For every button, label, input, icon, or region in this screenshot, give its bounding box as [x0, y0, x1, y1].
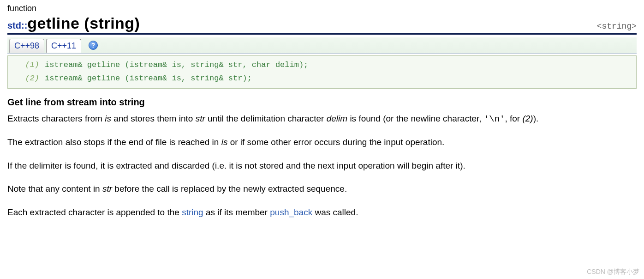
namespace-prefix: std::: [7, 20, 27, 31]
signature-block: (1) istream& getline (istream& is, strin…: [7, 55, 637, 89]
version-tabs: C++98 C++11 ?: [7, 37, 637, 54]
signature-code: istream& getline (istream& is, string& s…: [45, 59, 308, 72]
text: before the call is replaced by the newly…: [112, 184, 347, 194]
paragraph-3: If the delimiter is found, it is extract…: [7, 159, 637, 173]
page-title: getline (string): [27, 14, 140, 32]
param-str: str: [102, 184, 112, 194]
text: Each extracted character is appended to …: [7, 207, 182, 217]
text: The extraction also stops if the end of …: [7, 137, 221, 147]
text: Note that any content in: [7, 184, 102, 194]
help-icon[interactable]: ?: [89, 41, 98, 50]
section-title: Get line from stream into string: [7, 97, 637, 108]
signature-row: (1) istream& getline (istream& is, strin…: [12, 59, 632, 72]
header-include[interactable]: <string>: [597, 22, 637, 31]
link-string[interactable]: string: [182, 207, 203, 217]
paragraph-2: The extraction also stops if the end of …: [7, 136, 637, 149]
description: Extracts characters from is and stores t…: [7, 112, 637, 219]
link-push-back[interactable]: push_back: [270, 207, 312, 217]
paragraph-5: Each extracted character is appended to …: [7, 206, 637, 219]
text: , for: [505, 114, 522, 123]
param-str: str: [196, 114, 205, 123]
category-label: function: [7, 4, 637, 13]
signature-number: (2): [12, 72, 45, 85]
overload-ref: (2): [522, 114, 533, 123]
text: was called.: [312, 207, 358, 217]
param-delim: delim: [327, 114, 347, 123]
text: and stores them into: [111, 114, 196, 123]
tab-cpp11[interactable]: C++11: [46, 39, 81, 53]
text: Extracts characters from: [7, 114, 105, 123]
newline-literal: '\n': [484, 114, 505, 124]
param-is: is: [221, 137, 228, 147]
text: ).: [533, 114, 539, 123]
signature-number: (1): [12, 59, 45, 72]
param-is: is: [105, 114, 111, 123]
title-row: std:: getline (string) <string>: [7, 14, 637, 35]
text: until the delimitation character: [205, 114, 327, 123]
text: or if some other error occurs during the…: [227, 137, 444, 147]
text: as if its member: [203, 207, 270, 217]
text: is found (or the newline character,: [347, 114, 484, 123]
signature-code: istream& getline (istream& is, string& s…: [45, 72, 252, 85]
signature-row: (2) istream& getline (istream& is, strin…: [12, 72, 632, 85]
tab-cpp98[interactable]: C++98: [9, 39, 44, 53]
paragraph-1: Extracts characters from is and stores t…: [7, 112, 637, 126]
paragraph-4: Note that any content in str before the …: [7, 182, 637, 196]
